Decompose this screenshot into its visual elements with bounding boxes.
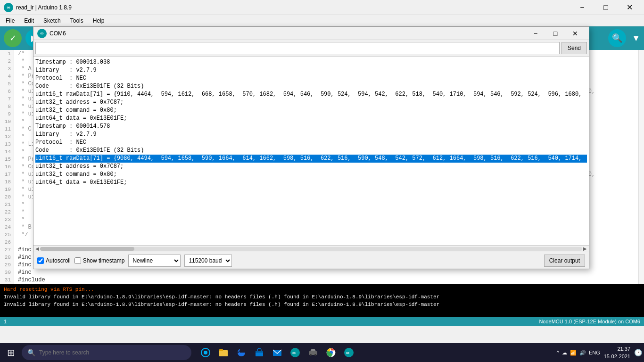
menu-edit[interactable]: Edit bbox=[20, 16, 38, 25]
console-bar: Hard resetting via RTS pin...Invalid lib… bbox=[0, 284, 644, 317]
taskbar-notification-icon[interactable]: 🕑 bbox=[634, 349, 642, 356]
tray-cloud[interactable]: ☁ bbox=[562, 350, 567, 356]
serial-bottom-bar: Autoscroll Show timestamp Newline No lin… bbox=[33, 252, 589, 269]
taskbar-datetime[interactable]: 21:37 15-02-2021 bbox=[604, 345, 630, 360]
line-content: #inc bbox=[14, 269, 638, 276]
taskbar-search-box[interactable]: 🔍 bbox=[22, 345, 191, 360]
system-tray[interactable]: ^ ☁ 📶 🔊 ENG bbox=[557, 350, 600, 356]
line-number: 10 bbox=[0, 118, 14, 125]
tray-chevron[interactable]: ^ bbox=[557, 350, 559, 355]
serial-line: uint64_t data = 0xE13E01FE; bbox=[35, 179, 587, 187]
serial-monitor-title: COM6 bbox=[50, 30, 66, 37]
serial-line: uint32_t address = 0x7C87; bbox=[35, 99, 587, 107]
line-number: 29 bbox=[0, 261, 14, 269]
scroll-right-arrow[interactable]: ▶ bbox=[582, 246, 588, 251]
serial-line: uint16_t rawData[71] = {9110, 4464, 594,… bbox=[35, 90, 587, 99]
maximize-button[interactable]: □ bbox=[595, 0, 617, 15]
serial-scrollbar-horizontal[interactable]: ◀ ▶ bbox=[33, 245, 589, 252]
console-line: Invalid library found in E:\arduino-1.8.… bbox=[4, 293, 640, 301]
tray-lang[interactable]: ENG bbox=[589, 350, 600, 355]
serial-maximize-button[interactable]: □ bbox=[545, 27, 565, 40]
line-number: 28 bbox=[0, 254, 14, 261]
code-line: 31#include bbox=[0, 276, 638, 284]
line-number: 21 bbox=[0, 201, 14, 208]
window-title-bar: ∞ read_ir | Arduino 1.8.9 − □ ✕ bbox=[0, 0, 644, 15]
timestamp-label[interactable]: Show timestamp bbox=[74, 257, 125, 264]
taskbar-app-edge[interactable] bbox=[233, 344, 250, 361]
line-number: 3 bbox=[0, 65, 14, 73]
menu-file[interactable]: File bbox=[2, 16, 18, 25]
serial-line: Timestamp : 000013.038 bbox=[35, 58, 587, 66]
serial-monitor: ∞ COM6 − □ ✕ Send Timestamp : 000013.038… bbox=[33, 26, 589, 269]
serial-output[interactable]: Timestamp : 000013.038Library : v2.7.9Pr… bbox=[33, 57, 589, 245]
start-button[interactable]: ⊞ bbox=[2, 344, 20, 362]
taskbar-app-cars[interactable] bbox=[305, 344, 322, 361]
line-number: 5 bbox=[0, 80, 14, 88]
console-line: Invalid library found in E:\arduino-1.8.… bbox=[4, 301, 640, 308]
taskbar-app-explorer[interactable] bbox=[215, 344, 232, 361]
menu-sketch[interactable]: Sketch bbox=[40, 16, 65, 25]
serial-line: uint64_t data = 0xE13E01FE; bbox=[35, 115, 587, 123]
line-number: 23 bbox=[0, 216, 14, 223]
serial-title-controls: − □ ✕ bbox=[526, 27, 585, 40]
serial-line: Library : v2.7.9 bbox=[35, 131, 587, 139]
clear-output-button[interactable]: Clear output bbox=[544, 255, 585, 267]
taskbar-app-chrome[interactable] bbox=[322, 344, 339, 361]
serial-input-field[interactable] bbox=[35, 42, 560, 54]
tray-network[interactable]: 📶 bbox=[570, 350, 577, 356]
serial-line: uint32_t command = 0x80; bbox=[35, 107, 587, 115]
serial-line: Protocol : NEC bbox=[35, 74, 587, 82]
taskbar-app-arduino[interactable]: ∞ bbox=[287, 344, 304, 361]
taskbar-app-arduino2[interactable]: ∞ bbox=[340, 344, 357, 361]
autoscroll-checkbox[interactable] bbox=[37, 257, 44, 264]
scroll-left-arrow[interactable]: ◀ bbox=[34, 246, 40, 251]
newline-select[interactable]: Newline No line ending Carriage return B… bbox=[128, 255, 181, 267]
taskbar-app-cortana[interactable] bbox=[197, 344, 214, 361]
line-number: 11 bbox=[0, 125, 14, 133]
line-number: 8 bbox=[0, 103, 14, 110]
minimize-button[interactable]: − bbox=[571, 0, 593, 15]
arduino-logo-icon: ∞ bbox=[4, 3, 13, 12]
line-number: 30 bbox=[0, 269, 14, 276]
line-number: 18 bbox=[0, 178, 14, 186]
close-button[interactable]: ✕ bbox=[619, 0, 640, 15]
tray-volume[interactable]: 🔊 bbox=[579, 350, 586, 356]
serial-title-bar: ∞ COM6 − □ ✕ bbox=[33, 27, 589, 40]
editor-scrollbar[interactable] bbox=[638, 50, 644, 284]
send-button[interactable]: Send bbox=[561, 42, 587, 54]
scrollbar-thumb[interactable] bbox=[40, 247, 134, 251]
code-line: 30#inc bbox=[0, 269, 638, 276]
baud-select[interactable]: 115200 baud 9600 baud 57600 baud bbox=[184, 255, 232, 267]
line-number: 22 bbox=[0, 208, 14, 216]
svg-rect-3 bbox=[219, 349, 223, 351]
serial-input-row: Send bbox=[33, 40, 589, 57]
taskbar: ⊞ 🔍 ∞ ∞ ^ bbox=[0, 343, 644, 362]
title-bar-controls: − □ ✕ bbox=[571, 0, 640, 15]
menu-tools[interactable]: Tools bbox=[66, 16, 87, 25]
verify-button[interactable]: ✓ bbox=[4, 29, 22, 47]
serial-close-button[interactable]: ✕ bbox=[565, 27, 585, 40]
taskbar-app-mail[interactable] bbox=[269, 344, 286, 361]
svg-point-1 bbox=[204, 351, 207, 354]
serial-line: uint16_t rawData[71] = {9080, 4494, 594,… bbox=[35, 155, 587, 163]
serial-line: Code : 0xE13E01FE (32 Bits) bbox=[35, 82, 587, 90]
line-number: 27 bbox=[0, 246, 14, 254]
taskbar-search-input[interactable] bbox=[39, 349, 186, 356]
menu-help[interactable]: Help bbox=[89, 16, 108, 25]
console-line: Hard resetting via RTS pin... bbox=[4, 286, 640, 293]
line-number: 19 bbox=[0, 186, 14, 193]
line-content: #include bbox=[14, 276, 638, 284]
serial-monitor-logo: ∞ bbox=[37, 29, 47, 38]
status-board: NodeMCU 1.0 (ESP-12E Module) on COM6 bbox=[539, 319, 640, 324]
scrollbar-track[interactable] bbox=[40, 247, 582, 251]
dropdown-icon[interactable]: ▼ bbox=[632, 33, 640, 43]
line-number: 31 bbox=[0, 276, 14, 284]
svg-point-10 bbox=[310, 354, 312, 356]
serial-minimize-button[interactable]: − bbox=[526, 27, 545, 40]
search-icon[interactable]: 🔍 bbox=[608, 29, 626, 47]
line-number: 15 bbox=[0, 156, 14, 163]
autoscroll-label[interactable]: Autoscroll bbox=[37, 257, 71, 264]
timestamp-checkbox[interactable] bbox=[74, 257, 81, 264]
taskbar-app-store[interactable] bbox=[251, 344, 268, 361]
taskbar-apps: ∞ ∞ bbox=[197, 344, 357, 361]
